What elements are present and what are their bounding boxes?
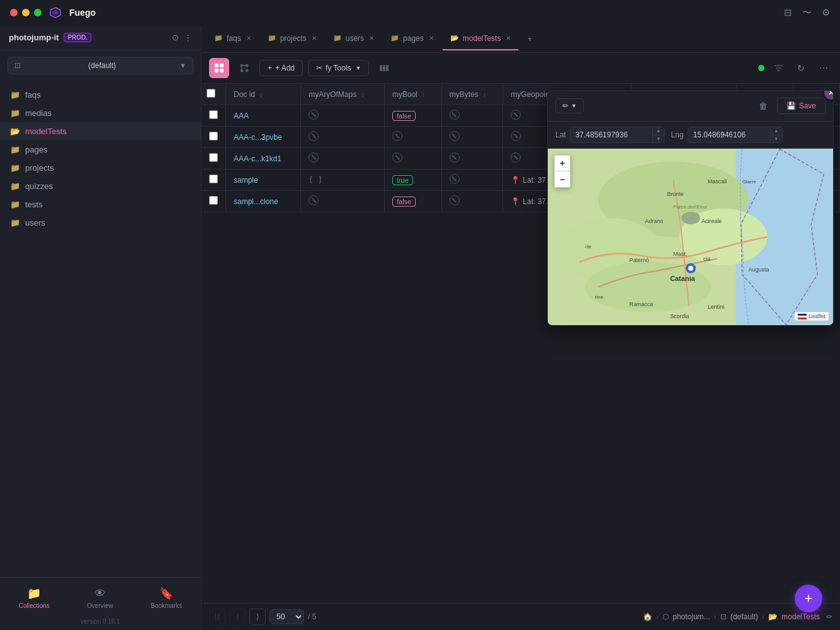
view-schema-btn[interactable] [234, 58, 254, 78]
map-controls: + − [554, 155, 570, 188]
tab-close-faqs[interactable]: ✕ [246, 35, 251, 42]
db-name: (default) [88, 61, 116, 70]
more-options-icon[interactable]: ⋯ [815, 59, 832, 77]
null-icon [309, 131, 319, 141]
first-page-button[interactable]: ⟨⟨ [209, 609, 225, 625]
popup-delete-button[interactable]: 🗑 [754, 97, 772, 115]
popup-save-button[interactable]: 💾 Save [777, 98, 826, 114]
maximize-button[interactable] [34, 9, 42, 16]
svg-rect-4 [215, 69, 219, 72]
cell-myBytes [441, 148, 503, 169]
tab-modelTests[interactable]: 📂 modelTests ✕ [443, 28, 519, 50]
sidebar-toggle-icon[interactable]: ⊟ [784, 7, 792, 18]
minimize-button[interactable] [22, 9, 30, 16]
next-page-button[interactable]: ⟩ [249, 609, 266, 625]
footer-overview-btn[interactable]: 👁 Overview [77, 583, 123, 613]
titlebar-icons: ⊟ 〜 ⚙ [784, 7, 830, 19]
refresh-icon[interactable]: ↻ [792, 59, 810, 77]
tab-close-projects[interactable]: ✕ [312, 35, 317, 42]
svg-rect-2 [215, 64, 219, 67]
zoom-in-button[interactable]: + [554, 155, 570, 171]
tab-users[interactable]: 📁 users ✕ [326, 28, 382, 50]
project-name: photojump-it [9, 33, 59, 42]
svg-text:Parco dell'Etna: Parco dell'Etna [673, 204, 707, 210]
lat-up-spinner[interactable]: ▲ [653, 127, 664, 135]
sidebar-footer: 📁 Collections 👁 Overview 🔖 Bookmarks [0, 577, 201, 616]
lng-label: Lng [671, 130, 684, 139]
col-header-myBytes[interactable]: myBytes ↕ [441, 84, 503, 105]
edit-collection-icon[interactable]: ✏ [826, 612, 832, 621]
view-table-btn[interactable] [209, 58, 229, 78]
save-label: Save [799, 101, 816, 110]
footer-collections-btn[interactable]: 📁 Collections [9, 583, 60, 613]
null-icon [309, 152, 319, 163]
select-all-checkbox[interactable] [207, 89, 215, 98]
folder-icon: 📂 [768, 612, 778, 621]
add-button[interactable]: + + Add [259, 60, 303, 76]
db-selector[interactable]: ⊡ (default) ▼ [8, 57, 193, 74]
sidebar-item-faqs[interactable]: 📁 faqs [0, 86, 201, 104]
svg-text:Bronte: Bronte [667, 191, 683, 197]
zoom-out-button[interactable]: − [554, 171, 570, 188]
tab-pages[interactable]: 📁 pages ✕ [383, 28, 441, 50]
sidebar-item-users[interactable]: 📁 users [0, 214, 201, 232]
tab-add-button[interactable]: + [522, 32, 537, 47]
lng-down-spinner[interactable]: ▼ [771, 135, 782, 143]
col-header-doc-id[interactable]: Doc id ↕ [226, 84, 301, 105]
sidebar-header-icons: ⊙ ⋮ [172, 33, 192, 42]
lng-input-wrap: ▲ ▼ [688, 127, 783, 143]
sidebar-item-medias[interactable]: 📁 medias [0, 104, 201, 122]
sidebar-item-label: pages [25, 145, 47, 154]
more-icon[interactable]: ⋮ [184, 33, 192, 42]
sidebar-item-label: users [25, 218, 45, 227]
tab-projects[interactable]: 📁 projects ✕ [260, 28, 324, 50]
sidebar-item-modelTests[interactable]: 📂 modelTests [0, 122, 201, 140]
tab-close-users[interactable]: ✕ [369, 35, 374, 42]
svg-text:Scordia: Scordia [670, 313, 689, 319]
tab-close-pages[interactable]: ✕ [429, 35, 434, 42]
breadcrumb-collection[interactable]: 📂 modelTests [768, 612, 820, 621]
tab-close-modelTests[interactable]: ✕ [506, 35, 511, 42]
breadcrumb-database[interactable]: ⊡ (default) [720, 612, 758, 621]
breadcrumb-home[interactable]: 🏠 [643, 612, 652, 621]
footer-bookmarks-btn[interactable]: 🔖 Bookmarks [140, 583, 192, 613]
sidebar-item-projects[interactable]: 📁 projects [0, 159, 201, 177]
tab-faqs[interactable]: 📁 faqs ✕ [207, 28, 259, 50]
add-icon: + [268, 64, 272, 72]
sidebar-item-label: tests [25, 200, 42, 209]
close-button[interactable] [10, 9, 18, 16]
col-header-myBool[interactable]: myBool ↕ [385, 84, 442, 105]
titlebar: Fuego ⊟ 〜 ⚙ [0, 0, 840, 25]
popup-edit-button[interactable]: ✏ ▼ [555, 98, 584, 113]
filter-icon[interactable] [769, 59, 787, 77]
map-tile[interactable]: Bronte Mascali Giarre Adrano Acireale rt… [548, 149, 833, 325]
lng-input[interactable] [688, 127, 770, 142]
lng-up-spinner[interactable]: ▲ [771, 127, 782, 135]
sidebar-item-tests[interactable]: 📁 tests [0, 195, 201, 214]
row-checkbox[interactable] [209, 175, 218, 183]
row-checkbox[interactable] [209, 153, 218, 162]
tools-button[interactable]: ✂ fy Tools ▼ [308, 60, 369, 76]
prev-page-button[interactable]: ⟨ [229, 609, 246, 625]
sidebar-item-label: projects [25, 163, 54, 173]
columns-button[interactable] [374, 58, 394, 78]
col-header-myAryOfMaps[interactable]: myAryOfMaps ↕ [301, 84, 385, 105]
lat-down-spinner[interactable]: ▼ [653, 135, 664, 143]
lat-input[interactable] [570, 127, 652, 142]
notification-icon[interactable]: ⊙ [172, 33, 179, 42]
lat-lng-row: Lat ▲ ▼ Lng [548, 122, 833, 149]
settings-icon[interactable]: ⚙ [822, 7, 830, 18]
row-checkbox[interactable] [209, 110, 218, 119]
row-checkbox[interactable] [209, 132, 218, 140]
sidebar-item-quizzes[interactable]: 📁 quizzes [0, 177, 201, 195]
fab-add-button[interactable]: + [795, 585, 822, 612]
breadcrumb-sep: › [656, 612, 659, 621]
activity-icon[interactable]: 〜 [802, 7, 812, 19]
sidebar-item-label: quizzes [25, 181, 53, 191]
folder-icon: 📁 [268, 34, 276, 42]
sidebar-item-pages[interactable]: 📁 pages [0, 140, 201, 159]
breadcrumb-project[interactable]: ⬡ photojum... [662, 612, 710, 621]
row-checkbox[interactable] [209, 196, 218, 205]
folder-active-icon: 📂 [450, 34, 459, 42]
page-size-select[interactable]: 50 25 100 [270, 609, 304, 624]
